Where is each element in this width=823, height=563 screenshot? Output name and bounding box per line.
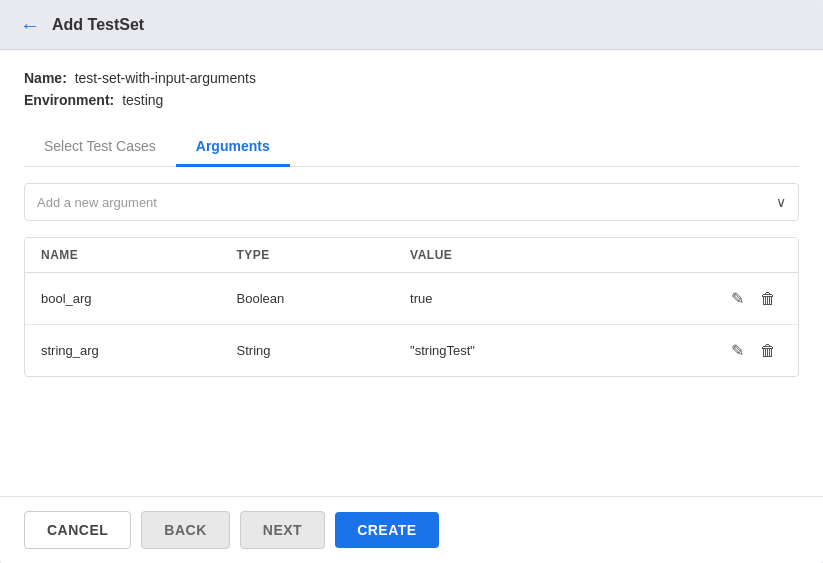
edit-button[interactable]: ✎: [725, 337, 750, 364]
cell-type: String: [221, 325, 395, 377]
cell-name: string_arg: [25, 325, 221, 377]
chevron-down-icon: ∨: [776, 194, 786, 210]
delete-button[interactable]: 🗑: [754, 286, 782, 312]
column-type: TYPE: [221, 238, 395, 273]
add-argument-dropdown[interactable]: Add a new argument ∨: [24, 183, 799, 221]
column-name: NAME: [25, 238, 221, 273]
back-button[interactable]: BACK: [141, 511, 229, 549]
name-row: Name: test-set-with-input-arguments: [24, 70, 799, 86]
back-icon[interactable]: ←: [20, 15, 40, 35]
table-row: string_arg String "stringTest" ✎ 🗑: [25, 325, 798, 377]
cell-name: bool_arg: [25, 273, 221, 325]
add-testset-modal: ← Add TestSet Name: test-set-with-input-…: [0, 0, 823, 563]
table-header-row: NAME TYPE VALUE: [25, 238, 798, 273]
cell-actions: ✎ 🗑: [605, 325, 798, 377]
column-value: VALUE: [394, 238, 605, 273]
cell-value: "stringTest": [394, 325, 605, 377]
arguments-tab-content: Add a new argument ∨ NAME TYPE VALUE: [24, 167, 799, 476]
table-row: bool_arg Boolean true ✎ 🗑: [25, 273, 798, 325]
tab-arguments[interactable]: Arguments: [176, 128, 290, 167]
column-actions: [605, 238, 798, 273]
meta-section: Name: test-set-with-input-arguments Envi…: [24, 70, 799, 108]
arguments-table: NAME TYPE VALUE bool_arg Boolean true ✎ …: [25, 238, 798, 376]
edit-button[interactable]: ✎: [725, 285, 750, 312]
cell-value: true: [394, 273, 605, 325]
tab-select-test-cases[interactable]: Select Test Cases: [24, 128, 176, 167]
environment-label: Environment:: [24, 92, 114, 108]
modal-title: Add TestSet: [52, 16, 144, 34]
tabs-container: Select Test Cases Arguments: [24, 128, 799, 167]
cancel-button[interactable]: CANCEL: [24, 511, 131, 549]
cell-type: Boolean: [221, 273, 395, 325]
environment-value: testing: [122, 92, 163, 108]
name-value: test-set-with-input-arguments: [75, 70, 256, 86]
modal-content: Name: test-set-with-input-arguments Envi…: [0, 50, 823, 496]
delete-button[interactable]: 🗑: [754, 338, 782, 364]
cell-actions: ✎ 🗑: [605, 273, 798, 325]
next-button[interactable]: NEXT: [240, 511, 325, 549]
create-button[interactable]: CREATE: [335, 512, 439, 548]
name-label: Name:: [24, 70, 67, 86]
environment-row: Environment: testing: [24, 92, 799, 108]
add-argument-placeholder: Add a new argument: [37, 195, 157, 210]
modal-footer: CANCEL BACK NEXT CREATE: [0, 496, 823, 563]
arguments-table-container: NAME TYPE VALUE bool_arg Boolean true ✎ …: [24, 237, 799, 377]
modal-header: ← Add TestSet: [0, 0, 823, 50]
